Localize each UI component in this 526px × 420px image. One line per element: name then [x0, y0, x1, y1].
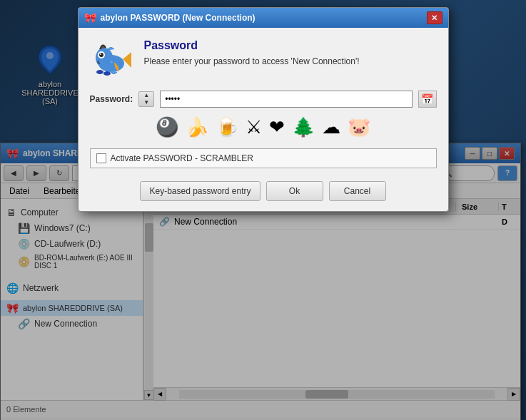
emoji-billiard: 🎱 [156, 116, 178, 138]
scrambler-checkbox[interactable] [96, 153, 106, 163]
svg-point-7 [96, 70, 103, 74]
dialog-title-icon: 🎀 [84, 12, 96, 24]
dialog-header: Password Please enter your password to a… [90, 36, 437, 82]
calendar-button[interactable]: 📅 [418, 91, 437, 108]
password-dialog: 🎀 abylon PASSWORD (New Connection) ✕ [78, 7, 449, 212]
dialog-buttons: Key-based password entry Ok Cancel [90, 178, 437, 203]
emoji-beer: 🍺 [216, 116, 238, 138]
key-based-password-button[interactable]: Key-based password entry [140, 181, 260, 201]
scrambler-label: Activate PASSWORD - SCRAMBLER [111, 153, 253, 163]
ok-button[interactable]: Ok [266, 181, 323, 201]
cancel-button[interactable]: Cancel [329, 181, 386, 201]
password-label: Password: [90, 94, 133, 104]
dialog-header-title: Password [144, 39, 360, 52]
emoji-tree: 🌲 [292, 116, 315, 138]
svg-point-4 [99, 53, 103, 57]
password-row: Password: ▲ ▼ 📅 [90, 91, 437, 108]
scrambler-frame: Activate PASSWORD - SCRAMBLER [90, 148, 437, 168]
scrambler-row: Activate PASSWORD - SCRAMBLER [90, 148, 437, 168]
dialog-titlebar: 🎀 abylon PASSWORD (New Connection) ✕ [79, 8, 448, 28]
dialog-header-text: Password Please enter your password to a… [144, 36, 360, 66]
calendar-icon: 📅 [421, 93, 433, 105]
emoji-heart: ❤ [269, 116, 285, 138]
dialog-close-button[interactable]: ✕ [427, 11, 442, 24]
desktop: abylon SHAREDDRIVE (SA) 🎀 abylon SHAREDD… [0, 0, 526, 420]
svg-point-6 [110, 61, 113, 63]
modal-overlay: 🎀 abylon PASSWORD (New Connection) ✕ [0, 0, 526, 420]
svg-point-8 [103, 71, 111, 76]
password-input[interactable] [160, 91, 412, 108]
fish-icon [90, 36, 136, 82]
spinner-up[interactable]: ▲ [139, 92, 153, 99]
emoji-row: 🎱 🍌 🍺 ⚔ ❤ 🌲 ☁ 🐷 [90, 116, 437, 138]
spinner-down[interactable]: ▼ [139, 99, 153, 106]
emoji-cloud: ☁ [322, 116, 340, 138]
dialog-header-desc: Please enter your password to access 'Ne… [144, 56, 360, 66]
dialog-title: abylon PASSWORD (New Connection) [101, 13, 427, 23]
svg-point-2 [96, 48, 113, 68]
emoji-banana: 🍌 [186, 116, 208, 138]
dialog-body: Password Please enter your password to a… [79, 28, 448, 211]
emoji-pig: 🐷 [348, 116, 370, 138]
emoji-sword: ⚔ [246, 116, 262, 138]
password-spinner[interactable]: ▲ ▼ [138, 91, 154, 107]
svg-point-5 [100, 53, 101, 55]
